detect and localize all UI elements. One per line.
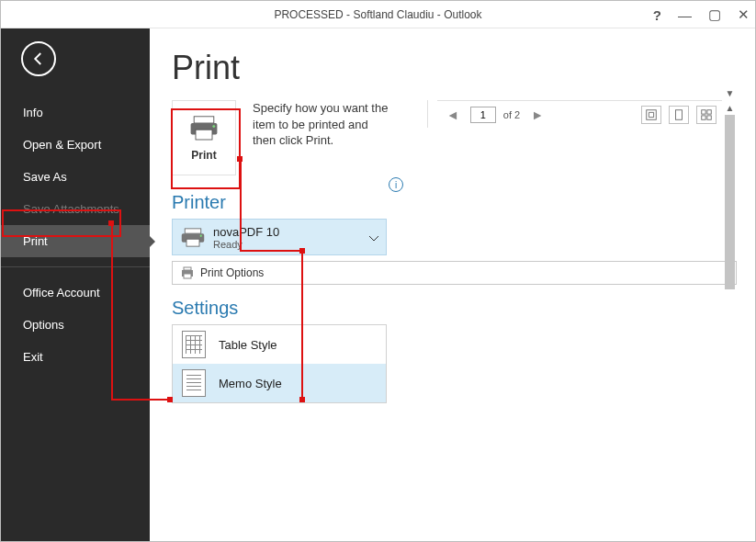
sidebar-item-label: Print [23,234,48,248]
scroll-thumb[interactable] [725,115,735,289]
print-preview-pane: Softland Claudiu From:novaPDF <info@nova… [427,100,737,128]
print-options-label: Print Options [200,266,264,279]
titlebar: PROCESSED - Softland Claudiu - Outlook ?… [1,1,755,28]
window-title: PROCESSED - Softland Claudiu - Outlook [274,8,481,21]
printer-icon [187,114,220,141]
sidebar-item-label: Info [23,106,43,119]
svg-rect-5 [676,109,683,119]
svg-rect-4 [647,109,657,119]
print-description: Specify how you want the item to be prin… [253,100,390,149]
next-page-button[interactable]: ► [527,107,547,122]
style-label: Table Style [219,338,277,352]
sidebar-item-print[interactable]: Print [1,225,150,257]
printer-icon [180,227,206,247]
actual-size-button[interactable] [641,106,661,124]
table-style-icon [182,331,206,358]
page-title: Print [172,49,737,87]
printer-name: novaPDF 10 [213,225,279,239]
page-count-label: of 2 [503,109,520,120]
prev-page-button[interactable]: ◄ [443,107,463,122]
print-style-list: Table Style Memo Style [172,324,387,403]
sidebar-item-label: Options [23,318,64,332]
print-panel: Print Print Specify how you want the ite… [150,28,755,541]
svg-rect-15 [184,267,191,270]
preview-pager: ◄ of 2 ► [437,100,722,128]
sidebar-item-office-account[interactable]: Office Account [1,277,150,309]
svg-rect-7 [707,109,711,113]
print-button-label: Print [191,149,216,162]
printer-dropdown[interactable]: novaPDF 10 Ready [172,219,387,255]
svg-rect-9 [707,115,711,119]
settings-heading: Settings [172,298,737,319]
help-icon[interactable]: ? [653,7,661,23]
close-icon[interactable]: ✕ [738,6,750,23]
style-table[interactable]: Table Style [173,325,386,364]
sidebar-item-label: Exit [23,350,43,364]
page-number-input[interactable] [470,107,496,123]
style-label: Memo Style [219,377,282,390]
backstage-sidebar: Info Open & Export Save As Save Attachme… [1,28,150,541]
svg-rect-12 [186,239,199,246]
sidebar-item-options[interactable]: Options [1,309,150,341]
svg-rect-6 [702,109,705,113]
print-button[interactable]: Print [172,100,236,175]
sidebar-item-label: Save As [23,170,67,184]
scroll-down-icon[interactable]: ▼ [723,85,737,100]
printer-options-icon [180,266,195,279]
sidebar-item-save-as[interactable]: Save As [1,161,150,193]
svg-rect-10 [185,228,201,232]
style-memo[interactable]: Memo Style [173,364,386,402]
chevron-down-icon [369,229,378,245]
svg-rect-0 [194,116,214,122]
svg-rect-2 [196,130,212,140]
one-page-button[interactable] [669,106,689,124]
back-button[interactable] [21,41,56,76]
svg-rect-16 [184,274,191,278]
arrow-left-icon [30,51,47,67]
sidebar-item-label: Office Account [23,286,100,299]
app-window: PROCESSED - Softland Claudiu - Outlook ?… [0,0,756,542]
sidebar-item-label: Save Attachments [23,202,119,216]
print-options-button[interactable]: Print Options [172,261,737,285]
scroll-up-icon[interactable]: ▲ [723,100,737,115]
sidebar-item-label: Open & Export [23,138,101,152]
svg-point-3 [212,125,215,128]
minimize-icon[interactable]: — [678,7,692,23]
multi-page-button[interactable] [696,106,717,124]
sidebar-item-info[interactable]: Info [1,96,150,129]
restore-icon[interactable]: ▢ [708,6,721,23]
sidebar-item-exit[interactable]: Exit [1,341,150,373]
menu-separator [1,266,150,267]
sidebar-item-save-attachments: Save Attachments [1,193,150,225]
svg-point-13 [200,234,202,236]
printer-status: Ready [213,239,279,250]
printer-info-icon[interactable]: i [389,177,403,192]
printer-heading: Printer [172,192,387,213]
svg-rect-8 [702,115,705,119]
sidebar-item-open-export[interactable]: Open & Export [1,129,150,161]
memo-style-icon [182,369,206,397]
